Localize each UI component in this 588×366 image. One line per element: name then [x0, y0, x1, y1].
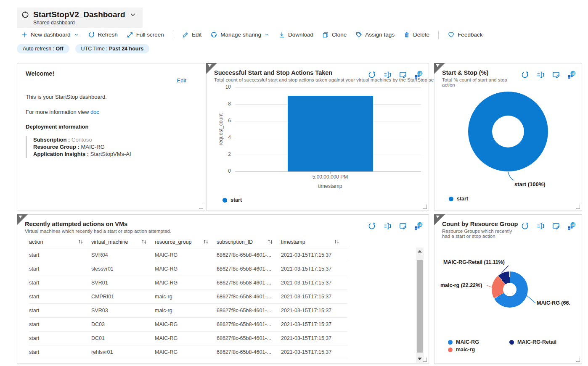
- auto-refresh-pill[interactable]: Auto refresh : Off: [17, 44, 69, 53]
- callout-maic-rg-retail: MAIC-RG-Retail (11.11%): [443, 259, 505, 265]
- utc-time-pill[interactable]: UTC Time : Past 24 hours: [75, 44, 150, 53]
- dashboard-title-dropdown[interactable]: StartStopV2_Dashboard: [21, 10, 137, 19]
- column-header-subscription-id[interactable]: subscription_ID: [217, 239, 281, 245]
- callout-maic-rg: MAIC-RG (66.: [537, 300, 570, 306]
- rg-tile-subtitle: Resource Groups which recently had a sta…: [442, 229, 519, 239]
- vm-actions-table: action virtual_machine resource_group su…: [29, 236, 347, 363]
- table-row: startrehlsvr01MAIC-RG68627f8c-65b8-4601-…: [29, 345, 347, 359]
- tags-icon: [355, 32, 362, 38]
- tile-resize-handle[interactable]: [576, 205, 580, 209]
- doc-link[interactable]: doc: [90, 109, 99, 115]
- tile-rename-icon[interactable]: [383, 222, 392, 230]
- open-in-analytics-icon[interactable]: [414, 71, 423, 79]
- legend-item-maic-rg-lower: maic-rg: [448, 347, 475, 353]
- bar-tile-title: Successful Start and Stop Actions Taken: [214, 69, 366, 76]
- legend-dot-maic-rg-retail: [509, 340, 514, 345]
- table-row: startSVR03maic-rg68627f8c-65b8-4601-...2…: [29, 304, 347, 318]
- refresh-button[interactable]: Refresh: [85, 29, 120, 40]
- feedback-button[interactable]: Feedback: [445, 29, 485, 40]
- tile-action-icons: [521, 222, 576, 230]
- dashboard-subtitle: Shared dashboard: [33, 20, 137, 26]
- sort-icon[interactable]: [334, 239, 340, 245]
- toolbar-divider: [438, 31, 439, 39]
- callout-maic-rg-lower: maic-rg (22.22%): [440, 282, 482, 288]
- table-scrollbar[interactable]: [416, 248, 424, 363]
- sort-icon[interactable]: [267, 239, 273, 245]
- chevron-down-icon: [74, 32, 79, 37]
- scroll-up-button[interactable]: [416, 248, 424, 255]
- y-tick: 0: [216, 168, 231, 174]
- tile-rename-icon[interactable]: [383, 71, 392, 79]
- download-button[interactable]: Download: [276, 30, 316, 40]
- manage-sharing-button[interactable]: Manage sharing: [208, 29, 272, 40]
- open-in-analytics-icon[interactable]: [414, 222, 423, 230]
- sort-icon[interactable]: [203, 239, 209, 245]
- column-header-resource-group[interactable]: resource_group: [155, 239, 217, 245]
- tile-rename-icon[interactable]: [536, 222, 545, 230]
- trash-icon: [403, 32, 410, 38]
- table-row: startSVR04MAIC-RG68627f8c-65b8-4601-...2…: [29, 248, 347, 262]
- sort-icon[interactable]: [141, 239, 147, 245]
- deployment-info-heading: Deployment information: [26, 124, 196, 130]
- open-in-analytics-icon[interactable]: [567, 71, 576, 79]
- rg-tile-title: Count by Resource Group: [442, 221, 519, 227]
- legend-item-maic-rg-retail: MAIC-RG-Retail: [509, 339, 556, 345]
- column-header-action[interactable]: action: [29, 239, 91, 245]
- tile-resize-handle[interactable]: [576, 358, 580, 362]
- tile-resize-handle[interactable]: [423, 358, 427, 362]
- assign-tags-button[interactable]: Assign tags: [353, 30, 397, 40]
- bar-tile-subtitle: Total count of successful start and stop…: [214, 77, 366, 82]
- legend-dot-maic-rg: [448, 340, 453, 345]
- table-tile-title: Recently attempted actions on VMs: [25, 221, 366, 227]
- delete-button[interactable]: Delete: [401, 30, 432, 40]
- pct-legend: start: [449, 196, 468, 202]
- heart-icon: [448, 31, 455, 38]
- table-header-row: action virtual_machine resource_group su…: [29, 236, 347, 248]
- welcome-edit-link[interactable]: Edit: [177, 77, 186, 84]
- tile-refresh-icon[interactable]: [521, 71, 529, 79]
- full-screen-button[interactable]: Full screen: [124, 30, 167, 40]
- tile-edit-icon[interactable]: [552, 71, 560, 79]
- x-axis-label: timestamp: [318, 183, 342, 189]
- x-tick-label: 5:00:00.000 PM: [313, 174, 348, 180]
- new-dashboard-button[interactable]: New dashboard: [19, 30, 82, 40]
- table-row: startDC02MAIC-RG68627f8c-65b8-4601-...20…: [29, 359, 347, 363]
- tile-resize-handle[interactable]: [199, 205, 203, 209]
- pct-tile-subtitle: Total % count of start and stop action: [442, 77, 519, 87]
- tile-resize-handle[interactable]: [423, 205, 427, 209]
- tile-edit-icon[interactable]: [399, 71, 407, 79]
- edit-button[interactable]: Edit: [180, 30, 204, 40]
- open-in-analytics-icon[interactable]: [567, 222, 576, 230]
- bar-start: [288, 96, 373, 171]
- welcome-heading: Welcome!: [26, 70, 196, 77]
- table-tile-subtitle: Virtual machines which recently had a st…: [25, 229, 366, 234]
- tile-refresh-icon[interactable]: [368, 71, 376, 79]
- sort-icon[interactable]: [77, 239, 84, 245]
- bar-chart-plot: [235, 87, 421, 171]
- tile-edit-icon[interactable]: [552, 222, 560, 230]
- app-insights-value: StartStopVMs-AI: [90, 151, 131, 157]
- welcome-line1: This is your StartStop dashboard.: [26, 94, 196, 100]
- donut-resource-groups: [492, 271, 528, 308]
- command-bar: New dashboard Refresh Full screen Edit M…: [19, 29, 485, 40]
- pct-tile-title: Start & Stop (%): [442, 69, 519, 76]
- subscription-value: Contoso: [72, 137, 92, 143]
- filter-bar: Auto refresh : Off UTC Time : Past 24 ho…: [17, 44, 149, 53]
- welcome-line2: For more information view doc: [26, 109, 196, 115]
- scrollbar-thumb[interactable]: [417, 260, 423, 353]
- tile-action-icons: [368, 71, 423, 79]
- welcome-tile: Welcome! Edit This is your StartStop das…: [17, 63, 205, 211]
- tile-edit-icon[interactable]: [399, 222, 407, 230]
- bar-legend: start: [222, 197, 242, 203]
- tile-rename-icon[interactable]: [536, 71, 545, 79]
- resource-group-value: MAIC-RG: [81, 144, 104, 150]
- tile-refresh-icon[interactable]: [368, 222, 376, 230]
- table-row: startDC03MAIC-RG68627f8c-65b8-4601-...20…: [29, 318, 347, 332]
- tile-action-icons: [521, 71, 576, 79]
- column-header-timestamp[interactable]: timestamp: [281, 239, 347, 245]
- tile-refresh-icon[interactable]: [521, 222, 529, 230]
- deployment-info-block: Subscription : Contoso Resource Group : …: [26, 136, 196, 158]
- column-header-virtual-machine[interactable]: virtual_machine: [91, 239, 155, 245]
- azure-dashboard-screen: StartStopV2_Dashboard Shared dashboard N…: [0, 0, 588, 366]
- clone-button[interactable]: Clone: [320, 30, 349, 40]
